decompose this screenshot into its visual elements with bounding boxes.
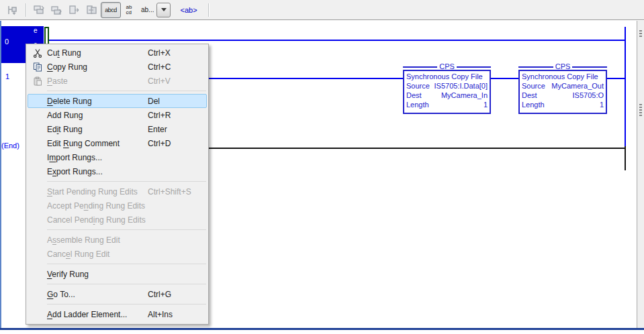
menu-item-label: Edit Rung Comment: [47, 139, 148, 148]
menu-item-label: Add Ladder Element...: [47, 310, 148, 319]
menu-item-label: Edit Rung: [47, 125, 148, 134]
param-name: Dest: [522, 91, 537, 100]
menu-separator: [47, 91, 206, 91]
truncate-text-label: ab...: [141, 6, 154, 13]
menu-item-cut-rung[interactable]: Cut RungCtrl+X: [28, 46, 207, 60]
param-value[interactable]: MyCamera_Out: [551, 81, 604, 91]
header-line: [518, 66, 553, 68]
menu-item-import-rungs[interactable]: Import Rungs...: [28, 150, 207, 164]
header-line: [403, 66, 437, 68]
instruction-param: SourceIS5705:I.Data[0]: [406, 81, 488, 91]
menu-item-add-rung[interactable]: Add RungCtrl+R: [28, 108, 207, 122]
menu-item-accept-pending-rung-edits[interactable]: Accept Pending Rung Edits: [28, 199, 207, 213]
param-name: Source: [406, 81, 430, 91]
export-rung-icon[interactable]: [66, 3, 82, 17]
menu-separator: [47, 284, 206, 284]
copy-rung-down-icon[interactable]: [31, 3, 47, 17]
instruction-header: CPS: [518, 64, 607, 70]
menu-item-label: Cancel Rung Edit: [47, 249, 148, 259]
rung-number-0[interactable]: 0: [5, 38, 9, 46]
paste-icon: [28, 76, 47, 86]
instruction-body: Synchronous Copy FileSourceMyCamera_OutD…: [518, 70, 607, 114]
menu-item-label: Start Pending Rung Edits: [47, 187, 148, 197]
scrollbar-grip-middle[interactable]: [639, 104, 642, 116]
rung-0-wire: [49, 40, 625, 41]
cut-icon: [28, 48, 47, 58]
vertical-scrollbar[interactable]: [637, 21, 644, 328]
rung-context-menu: Cut RungCtrl+XCopy RungCtrl+CPasteCtrl+V…: [26, 44, 209, 325]
text-display-dropdown[interactable]: [156, 3, 171, 17]
menu-item-label: Export Rungs...: [47, 167, 148, 176]
menu-item-copy-rung[interactable]: Copy RungCtrl+C: [28, 60, 207, 74]
menu-item-label: Copy Rung: [47, 62, 148, 72]
toolbar-separator: [26, 3, 27, 17]
wrap-text-button[interactable]: ab cd: [122, 3, 136, 17]
tag-display-button[interactable]: <ab>: [180, 6, 197, 14]
param-value[interactable]: 1: [484, 100, 488, 109]
instruction-mnemonic: CPS: [553, 64, 573, 70]
import-rung-icon[interactable]: [83, 3, 99, 17]
instruction-block-cps[interactable]: CPSSynchronous Copy FileSourceMyCamera_O…: [518, 64, 607, 114]
menu-item-cancel-pending-rung-edits[interactable]: Cancel Pending Rung Edits: [28, 213, 207, 227]
menu-separator: [47, 304, 206, 304]
menu-item-verify-rung[interactable]: Verify Rung: [28, 267, 207, 281]
instruction-param: DestMyCamera_In: [406, 91, 488, 100]
menu-item-label: Import Rungs...: [47, 153, 148, 162]
rung-1-wire: [607, 78, 625, 79]
rung-1-wire: [491, 78, 518, 79]
menu-item-edit-rung[interactable]: Edit RungEnter: [28, 122, 207, 136]
param-value[interactable]: IS5705:O: [573, 91, 604, 100]
menu-separator: [47, 264, 206, 264]
instruction-header: CPS: [403, 64, 491, 70]
menu-item-cancel-rung-edit[interactable]: Cancel Rung Edit: [28, 247, 207, 261]
param-name: Length: [406, 100, 429, 109]
param-value[interactable]: MyCamera_In: [441, 91, 488, 100]
menu-item-add-ladder-element[interactable]: Add Ladder Element...Alt+Ins: [28, 307, 207, 321]
param-value[interactable]: IS5705:I.Data[0]: [434, 81, 488, 91]
menu-item-export-rungs[interactable]: Export Rungs...: [28, 164, 207, 178]
menu-item-shortcut: Ctrl+G: [148, 290, 206, 299]
toolbar: abcd ab cd ab... <ab>: [0, 0, 644, 20]
copy-rung-up-icon[interactable]: [48, 3, 64, 17]
insert-branch-icon[interactable]: [4, 3, 20, 17]
menu-item-label: Assemble Rung Edit: [47, 235, 148, 245]
menu-item-label: Delete Rung: [47, 97, 148, 106]
menu-item-edit-rung-comment[interactable]: Edit Rung CommentCtrl+D: [28, 136, 207, 150]
instruction-title: Synchronous Copy File: [406, 72, 488, 81]
right-power-rail: [625, 27, 626, 146]
menu-item-label: Cancel Pending Rung Edits: [47, 215, 148, 225]
wrap-text-bottom: cd: [126, 10, 132, 15]
menu-item-go-to[interactable]: Go To...Ctrl+G: [28, 287, 207, 301]
menu-item-label: Paste: [47, 76, 148, 86]
right-power-rail-end: [625, 146, 626, 170]
menu-item-start-pending-rung-edits[interactable]: Start Pending Rung EditsCtrl+Shift+S: [28, 184, 207, 199]
rung-number-1[interactable]: 1: [5, 72, 9, 80]
menu-item-shortcut: Enter: [148, 125, 206, 134]
left-power-rail-top: [44, 27, 49, 28]
instruction-body: Synchronous Copy FileSourceIS5705:I.Data…: [403, 70, 491, 114]
param-value[interactable]: 1: [600, 100, 604, 109]
instruction-title: Synchronous Copy File: [522, 72, 604, 81]
show-full-text-button[interactable]: abcd: [101, 2, 121, 18]
scrollbar-grip-top[interactable]: [639, 30, 642, 38]
menu-item-label: Add Rung: [47, 111, 148, 120]
param-name: Source: [522, 81, 545, 91]
param-name: Length: [522, 100, 545, 109]
menu-item-paste[interactable]: PasteCtrl+V: [28, 74, 207, 88]
instruction-param: DestIS5705:O: [522, 91, 604, 100]
instruction-block-cps[interactable]: CPSSynchronous Copy FileSourceIS5705:I.D…: [403, 64, 491, 114]
menu-item-label: Verify Rung: [47, 270, 148, 279]
edit-zone-marker: e: [34, 27, 38, 34]
show-full-text-label: abcd: [105, 7, 117, 13]
menu-separator: [47, 229, 206, 230]
header-line: [572, 66, 607, 68]
menu-item-shortcut: Del: [148, 97, 206, 106]
rung-number-end[interactable]: (End): [1, 142, 19, 150]
menu-item-assemble-rung-edit[interactable]: Assemble Rung Edit: [28, 233, 207, 247]
menu-item-shortcut: Ctrl+V: [148, 76, 206, 86]
instruction-mnemonic: CPS: [437, 64, 457, 70]
menu-item-shortcut: Ctrl+X: [148, 48, 206, 58]
menu-separator: [47, 181, 206, 182]
pane-bottom-border: [0, 328, 644, 330]
menu-item-delete-rung[interactable]: Delete RungDel: [28, 94, 207, 108]
